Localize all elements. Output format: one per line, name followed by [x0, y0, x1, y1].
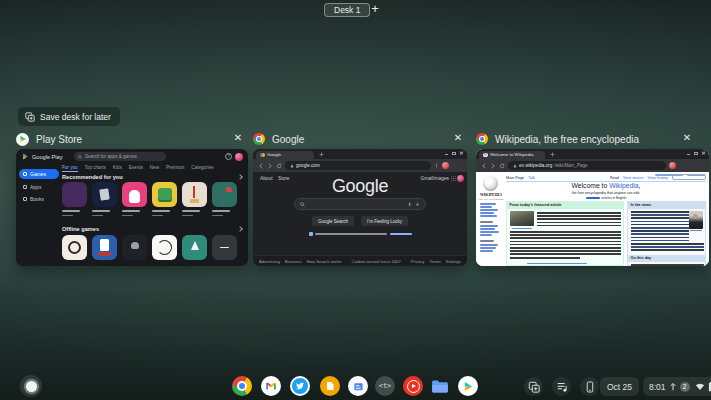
footer-link: Terms — [429, 259, 440, 264]
tab-strip: W Welcome to Wikipedia — [476, 149, 709, 159]
time-label: 8:01 — [649, 382, 666, 392]
wikipedia-globe-logo — [483, 176, 498, 191]
on-this-day-header: On this day — [628, 255, 705, 262]
reload-icon — [499, 163, 505, 169]
game-tile — [122, 182, 147, 207]
chrome-icon — [476, 133, 488, 145]
notes-app-shelf-icon[interactable] — [320, 376, 340, 396]
capture-icon — [528, 381, 540, 393]
google-window-preview[interactable]: Google google.com About Store Gmail Imag… — [253, 149, 467, 266]
play-store-shelf-icon[interactable] — [458, 376, 478, 396]
save-desk-label: Save desk for later — [40, 112, 111, 122]
status-tray[interactable]: 8:01 2 — [643, 377, 711, 396]
tab-view-source: View source — [623, 176, 644, 180]
featured-article-image — [510, 211, 534, 226]
tab-view-history: View history — [648, 176, 668, 180]
browser-toolbar: en.wikipedia.org/wiki/Main_Page — [476, 159, 709, 172]
browser-profile-avatar — [442, 162, 449, 169]
close-wikipedia-button[interactable]: ✕ — [680, 131, 694, 145]
wikipedia-window-preview[interactable]: W Welcome to Wikipedia en.wikipedia.org/… — [476, 149, 709, 266]
wikipedia-window-title: Wikipedia, the free encyclopedia — [495, 134, 639, 145]
upload-arrow-icon — [669, 382, 677, 391]
article-count-line: articles in English — [506, 196, 706, 200]
google-play-logo: Google Play — [22, 153, 62, 160]
close-google-button[interactable]: ✕ — [451, 131, 465, 145]
text-app-shelf-icon[interactable]: <t> — [375, 376, 395, 396]
launcher-button[interactable] — [20, 375, 42, 397]
screen-capture-tray-button[interactable] — [524, 377, 543, 396]
play-store-window-title: Play Store — [36, 134, 82, 145]
twitter-shelf-icon[interactable] — [290, 376, 310, 396]
wikipedia-window-header[interactable]: Wikipedia, the free encyclopedia ✕ — [476, 131, 709, 147]
footer-link: How Search works — [307, 259, 342, 264]
chrome-icon — [253, 133, 265, 145]
game-tile — [92, 235, 117, 260]
google-news-shelf-icon[interactable] — [348, 376, 368, 396]
save-desk-button[interactable]: Save desk for later — [18, 107, 120, 126]
forward-icon — [490, 163, 496, 169]
game-tile — [62, 182, 87, 207]
files-shelf-icon[interactable] — [430, 376, 450, 396]
reload-icon — [276, 163, 282, 169]
game-tile — [212, 182, 237, 207]
launcher-icon — [26, 381, 37, 392]
date-pill[interactable]: Oct 25 — [600, 377, 639, 396]
phone-icon — [584, 381, 596, 393]
game-tile — [62, 235, 87, 260]
google-window-title: Google — [272, 134, 304, 145]
menu-dots-icon — [434, 163, 439, 168]
google-search-button: Google Search — [312, 216, 354, 226]
game-tile — [152, 182, 177, 207]
play-profile-avatar — [235, 153, 243, 161]
forward-icon — [267, 163, 273, 169]
news-portrait-image — [689, 211, 703, 229]
info-icon — [309, 232, 313, 236]
section-offline-games: Offline games — [62, 226, 99, 232]
address-bar: en.wikipedia.org/wiki/Main_Page — [508, 161, 666, 170]
wikipedia-tagline: The Free Encyclopedia — [476, 198, 506, 201]
browser-toolbar: google.com — [253, 159, 467, 172]
play-store-window-preview[interactable]: Google Play Search for apps & games ? Ga… — [16, 149, 248, 266]
back-icon — [258, 163, 264, 169]
close-play-store-button[interactable]: ✕ — [231, 131, 245, 145]
youtube-music-shelf-icon[interactable] — [403, 376, 423, 396]
google-footer: Advertising Business How Search works Ca… — [253, 255, 467, 266]
tab-strip: Google — [253, 149, 467, 159]
wikipedia-wordmark: WIKIPEDIA — [476, 193, 506, 197]
gmail-shelf-icon[interactable] — [261, 376, 281, 396]
promo-notice — [253, 232, 467, 236]
google-search-box — [294, 198, 426, 210]
desk-1-button[interactable]: Desk 1 — [324, 3, 370, 17]
browser-tab: W Welcome to Wikipedia — [479, 151, 545, 160]
footer-link: Business — [285, 259, 302, 264]
notification-count-badge: 2 — [680, 382, 690, 392]
play-store-window-header[interactable]: Play Store ✕ — [16, 131, 248, 147]
game-tile — [182, 235, 207, 260]
address-bar: google.com — [285, 161, 431, 170]
media-controls-tray-button[interactable] — [552, 377, 571, 396]
welcome-heading: Welcome to Wikipedia, — [506, 182, 706, 189]
game-tile — [92, 182, 117, 207]
search-icon — [300, 202, 305, 207]
chrome-shelf-icon[interactable] — [232, 376, 252, 396]
lock-icon — [513, 164, 517, 168]
google-logo: Google — [253, 176, 467, 197]
google-window-header[interactable]: Google ✕ — [253, 131, 467, 147]
wikipedia-page: WIKIPEDIA The Free Encyclopedia Main Pag… — [476, 172, 709, 266]
game-tile — [122, 235, 147, 260]
new-desk-button[interactable]: + — [367, 0, 383, 18]
in-the-news-box: In the news On this day — [627, 201, 706, 266]
wikipedia-page-tabs: Main Page Talk Read View source View his… — [506, 174, 706, 182]
featured-article-box: From today's featured article — [506, 201, 624, 266]
browser-tab: Google — [256, 151, 314, 160]
tab-read: Read — [610, 176, 619, 180]
browser-profile-avatar — [669, 162, 676, 169]
play-nav-games: Games — [19, 169, 59, 179]
footer-link: Settings — [446, 259, 461, 264]
featured-article-header: From today's featured article — [507, 202, 623, 209]
wifi-icon — [695, 382, 705, 391]
game-tile — [152, 235, 177, 260]
phone-hub-tray-button[interactable] — [580, 377, 599, 396]
chevron-right-icon — [237, 174, 243, 180]
wikipedia-favicon: W — [483, 153, 488, 158]
